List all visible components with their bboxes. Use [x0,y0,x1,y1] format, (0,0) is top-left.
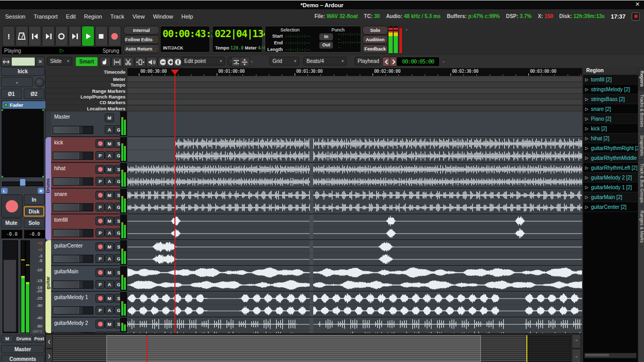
timecode-ruler-area[interactable]: 00:00:30:0000:01:00:0000:01:30:0000:02:0… [127,68,582,76]
track-name-label[interactable]: tomfill [54,217,68,223]
region-list-item[interactable]: ▷guitarRhythmRight [2] [583,143,638,153]
track-record-button[interactable] [95,242,105,251]
peak-display[interactable]: -0.0 [24,229,45,239]
side-tab-snapshots[interactable]: Snapshots [638,131,644,160]
track-m-button[interactable]: M [105,191,114,200]
track-header-guitarcenter[interactable]: guitarCenterMSPAG [51,240,120,266]
session-overview[interactable] [52,335,571,362]
expander-icon[interactable]: ▷ [585,77,588,82]
track-name-label[interactable]: guitarMelody 1 [54,294,88,300]
track-record-button[interactable] [95,139,105,148]
menu-region[interactable]: Region [84,13,102,20]
expander-icon[interactable]: ▷ [585,136,588,141]
ruler-row-area[interactable] [127,88,582,93]
cut-tool-button[interactable] [123,57,134,67]
stretch-tool-button[interactable] [135,57,146,67]
track-a-button[interactable]: A [105,254,114,263]
goto-start-button[interactable] [28,26,41,46]
region-list-item[interactable]: ▷guitarMain [2] [583,192,638,202]
track-a-button[interactable]: A [105,151,114,160]
monitor-section-icon[interactable] [1,57,11,67]
menu-transport[interactable]: Transport [34,13,58,20]
track-name-label[interactable]: guitarCenter [54,243,83,249]
monitor-disk-button[interactable]: Disk [24,206,44,217]
track-header-master[interactable]: MasterMAG [51,111,120,137]
track-fader[interactable] [53,126,93,134]
expand-tracks-button[interactable] [239,57,250,67]
menu-help[interactable]: Help [182,13,194,20]
edit-point-clock-box[interactable] [11,57,35,66]
region-list-item[interactable]: ▷tomfill [2] [583,75,638,85]
track-m-button[interactable]: M [105,113,114,122]
track-fader[interactable] [53,152,93,160]
menu-edit[interactable]: Edit [66,13,76,20]
group-strip-drums[interactable]: Drums [45,137,51,240]
audition-global-button[interactable]: Audition [362,35,388,44]
auto-return-toggle[interactable]: Auto Return [123,44,159,53]
play-range-button[interactable] [69,26,82,46]
shuttle-control[interactable]: Playing ▷ Sprung [2,47,121,54]
menu-window[interactable]: Window [153,13,173,20]
fader-processor[interactable]: Fader [2,101,45,109]
track-record-button[interactable] [95,191,105,200]
track-header-guitarmelody-1[interactable]: guitarMelody 1MSPAG [51,292,120,318]
timeline-waveforms[interactable] [127,111,582,333]
track-header-guitarmain[interactable]: guitarMainMSPAG [51,266,120,292]
chevron-down-icon[interactable]: ⌄ [442,58,446,63]
metronome-button[interactable] [15,26,28,46]
strip-tab-drums[interactable]: Drums [14,335,33,343]
region-list-item[interactable]: ▷Piano [2] [583,114,638,124]
gain-display[interactable]: -0.0 [1,229,23,239]
expander-icon[interactable]: ▷ [585,166,588,170]
smart-mode-button[interactable]: Smart [75,57,98,67]
track-p-button[interactable]: P [95,254,105,263]
expander-icon[interactable]: ▷ [585,117,588,121]
solo-button[interactable]: Solo [24,218,44,228]
strip-tab-post[interactable]: Post [34,335,44,343]
monitor-input-button[interactable]: In [24,194,44,205]
scroll-left-button[interactable]: ❮ [45,334,53,349]
scroll-down-button[interactable]: ⌄ [572,349,581,362]
side-tab-tracks-busses[interactable]: Tracks & Busses [638,91,644,131]
phase-2-button[interactable]: Ø2 [24,89,44,99]
expander-icon[interactable]: ▷ [585,146,588,151]
track-a-button[interactable]: A [105,306,114,315]
expander-icon[interactable]: ▷ [585,195,588,200]
region-list-item[interactable]: ▷guitarRhythmMiddle [2] [583,153,638,163]
ruler-range-markers[interactable]: Range Markers [45,88,582,94]
track-a-button[interactable]: A [105,203,114,211]
track-name-label[interactable]: hihat [54,166,66,171]
close-mixer-icon[interactable]: ✕ [36,57,45,67]
mute-button[interactable]: Mute [1,218,22,228]
side-tab-regions[interactable]: Regions [638,67,644,91]
ruler-row-area[interactable] [127,94,582,99]
side-tab-ranges-marks[interactable]: Ranges & Marks [638,207,644,247]
goto-end-button[interactable] [42,26,55,46]
punch-out-button[interactable]: Out [319,41,333,49]
trim-knob[interactable] [35,78,44,87]
track-a-button[interactable]: A [105,228,114,237]
track-p-button[interactable]: P [95,228,105,237]
expander-icon[interactable]: ▷ [585,185,588,190]
region-list-item[interactable]: ▷guitarRhythmLeft [2] [583,163,638,173]
phase-1-button[interactable]: Ø1 [1,89,22,99]
group-strip-guitar[interactable]: guitar [45,240,51,333]
follow-edits-toggle[interactable]: Follow Edits [123,35,159,44]
track-record-button[interactable] [95,217,105,225]
track-p-button[interactable]: P [95,203,105,211]
nudge-clock[interactable]: 00:00:05:00 [396,57,440,67]
region-list-item[interactable]: ▷snare [2] [583,104,638,114]
expander-icon[interactable]: ▷ [585,126,588,131]
track-fader[interactable] [53,203,93,211]
track-p-button[interactable]: P [95,306,105,315]
track-record-button[interactable] [95,268,105,277]
track-m-button[interactable]: M [105,268,114,277]
record-button[interactable] [108,26,121,46]
region-list-item[interactable]: ▷guitarCenter [2] [583,202,638,212]
playhead-line[interactable] [174,71,175,333]
track-fader[interactable] [53,229,93,237]
ruler-timecode[interactable]: Timecode00:00:30:0000:01:00:0000:01:30:0… [45,68,582,76]
chevron-down-icon[interactable]: ⌄ [149,58,153,63]
chevron-down-icon[interactable]: ⌄ [405,26,409,31]
zoom-focus-select[interactable]: Playhead [355,57,380,65]
